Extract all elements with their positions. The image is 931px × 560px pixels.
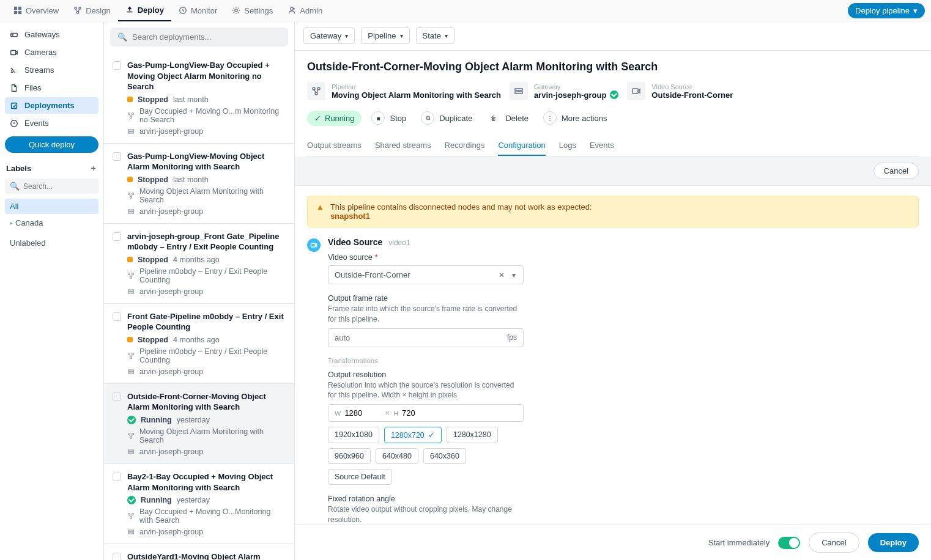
select-checkbox[interactable]	[113, 312, 121, 321]
tab-recordings[interactable]: Recordings	[445, 136, 485, 156]
sidebar-item-deployments[interactable]: Deployments	[5, 97, 98, 114]
pipeline-icon	[127, 192, 135, 199]
height-input[interactable]	[402, 408, 439, 418]
nav-deploy[interactable]: Deploy	[118, 0, 171, 21]
select-value: Outside-Front-Corner	[335, 270, 492, 279]
sidebar-item-streams[interactable]: Streams	[5, 62, 98, 78]
pipeline-icon	[127, 272, 135, 279]
status-text: Running	[141, 496, 172, 504]
top-nav: Overview Design Deploy Monitor Settings …	[0, 0, 931, 21]
duplicate-button[interactable]: ⧉Duplicate	[416, 109, 477, 127]
resolution-presets: 1920x10801280x720 ✓1280x1280960x960640x4…	[328, 427, 524, 485]
footer-cancel-button[interactable]: Cancel	[809, 532, 859, 553]
filter-pipeline[interactable]: Pipeline▾	[361, 28, 409, 44]
select-checkbox[interactable]	[113, 392, 121, 401]
nav-admin[interactable]: Admin	[280, 0, 330, 21]
label-all[interactable]: All	[5, 199, 98, 214]
sidebar-item-files[interactable]: Files	[5, 79, 98, 96]
select-checkbox[interactable]	[113, 152, 121, 161]
filter-state[interactable]: State▾	[416, 28, 454, 44]
video-source-select[interactable]: Outside-Front-Corner ✕ ▾	[328, 265, 524, 284]
svg-point-5	[79, 7, 81, 10]
status-text: Running	[141, 416, 172, 424]
deployment-card[interactable]: Outside-Front-Corner-Moving Object Alarm…	[104, 384, 294, 464]
tab-configuration[interactable]: Configuration	[498, 136, 545, 156]
deployment-list[interactable]: Gas-Pump-LongView-Bay Occupied + Moving …	[104, 53, 294, 560]
cancel-config-button[interactable]: Cancel	[874, 163, 919, 179]
resolution-preset[interactable]: 1920x1080	[328, 427, 379, 443]
deployment-card[interactable]: Gas-Pump-LongView-Moving Object Alarm Mo…	[104, 144, 294, 224]
svg-rect-19	[128, 131, 134, 133]
tab-shared-streams[interactable]: Shared streams	[375, 136, 431, 156]
frame-rate-input-row[interactable]: fps	[328, 328, 524, 347]
resolution-input[interactable]: W × H	[328, 404, 524, 422]
svg-rect-44	[128, 532, 134, 534]
deployment-search-input[interactable]	[132, 32, 281, 42]
labels-search-input[interactable]	[23, 182, 115, 191]
select-checkbox[interactable]	[113, 61, 121, 70]
meta-value[interactable]: Moving Object Alarm Monitoring with Sear…	[332, 90, 501, 100]
status-text: Stopped	[138, 95, 168, 104]
more-actions-button[interactable]: ⋮More actions	[538, 109, 612, 127]
resolution-preset[interactable]: 640x360	[423, 448, 466, 464]
deployment-card[interactable]: OutsideYard1-Moving Object Alarm Monitor…	[104, 544, 294, 560]
frame-rate-input[interactable]	[335, 333, 502, 342]
select-checkbox[interactable]	[113, 553, 121, 560]
running-icon	[127, 496, 136, 504]
label-unlabeled[interactable]: Unlabeled	[5, 235, 98, 251]
deployment-card[interactable]: Bay2-1-Bay Occupied + Moving Object Alar…	[104, 464, 294, 544]
delete-button[interactable]: 🗑Delete	[482, 109, 533, 127]
meta-label: Video Source	[651, 83, 733, 90]
svg-rect-0	[14, 7, 17, 10]
sidebar-item-gateways[interactable]: Gateways	[5, 26, 98, 43]
sidebar-item-cameras[interactable]: Cameras	[5, 44, 98, 61]
resolution-preset[interactable]: Source Default	[328, 469, 392, 485]
nav-monitor[interactable]: Monitor	[171, 0, 224, 21]
svg-point-26	[132, 273, 134, 274]
labels-search[interactable]: 🔍	[5, 179, 98, 194]
deploy-pipeline-button[interactable]: Deploy pipeline ▾	[848, 3, 925, 18]
deployment-card[interactable]: Gas-Pump-LongView-Bay Occupied + Moving …	[104, 53, 294, 144]
tab-logs[interactable]: Logs	[559, 136, 576, 156]
deploy-pipeline-label: Deploy pipeline	[855, 6, 910, 15]
time-text: yesterday	[177, 496, 210, 504]
admin-icon	[287, 6, 296, 15]
tab-output-streams[interactable]: Output streams	[307, 136, 362, 156]
add-label-button[interactable]: ＋	[89, 163, 97, 174]
nav-overview[interactable]: Overview	[6, 0, 66, 21]
sidebar-item-events[interactable]: Events	[5, 115, 98, 131]
events-icon	[10, 119, 18, 128]
quick-deploy-button[interactable]: Quick deploy	[5, 136, 98, 153]
meta-value[interactable]: arvin-joseph-group	[534, 90, 618, 100]
action-label: Duplicate	[439, 114, 472, 123]
resolution-preset[interactable]: 1280x720 ✓	[384, 427, 442, 443]
width-input[interactable]	[344, 408, 381, 418]
footer-deploy-button[interactable]: Deploy	[868, 533, 919, 552]
quick-deploy-label: Quick deploy	[29, 140, 75, 149]
chevron-down-icon[interactable]: ▾	[511, 271, 517, 279]
resolution-preset[interactable]: 640x480	[376, 448, 418, 464]
tab-events[interactable]: Events	[590, 136, 614, 156]
meta-value[interactable]: Outside-Front-Corner	[651, 90, 733, 100]
alert-link[interactable]: snapshot1	[330, 212, 370, 221]
deployments-icon	[10, 101, 18, 110]
deployment-card[interactable]: Front Gate-Pipeline m0obdy – Entry / Exi…	[104, 304, 294, 384]
resolution-preset[interactable]: 1280x1280	[447, 427, 498, 443]
deployment-title: Outside-Front-Corner-Moving Object Alarm…	[127, 391, 286, 413]
svg-point-11	[12, 34, 13, 35]
pipeline-text: Bay Occupied + Moving O...Monitoring wit…	[139, 507, 286, 525]
start-immediately-toggle[interactable]	[778, 537, 800, 549]
stop-button[interactable]: ■Stop	[366, 109, 411, 127]
select-checkbox[interactable]	[113, 473, 121, 481]
label-canada[interactable]: ▸ Canada	[5, 215, 98, 230]
deployment-search[interactable]: 🔍	[110, 28, 288, 46]
clear-icon[interactable]: ✕	[497, 271, 506, 279]
deployment-card[interactable]: arvin-joseph-group_Front Gate_Pipeline m…	[104, 224, 294, 304]
nav-settings[interactable]: Settings	[224, 0, 280, 21]
nav-design[interactable]: Design	[66, 0, 117, 21]
filter-gateway[interactable]: Gateway▾	[303, 28, 355, 44]
sidebar-label: Deployments	[24, 101, 75, 110]
select-checkbox[interactable]	[113, 232, 121, 241]
gateway-icon	[127, 128, 135, 135]
resolution-preset[interactable]: 960x960	[328, 448, 371, 464]
